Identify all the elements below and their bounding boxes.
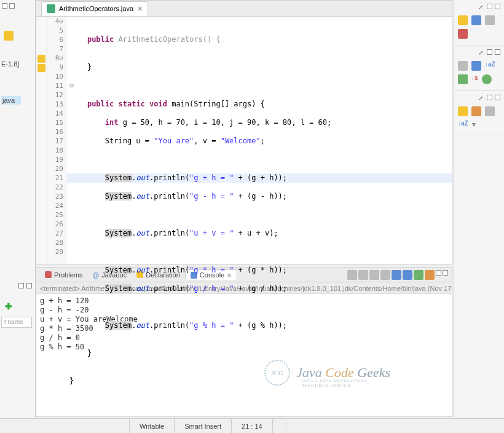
- build-icon[interactable]: [471, 106, 481, 116]
- rail-min-icon[interactable]: [487, 4, 492, 9]
- rail-min-icon[interactable]: [487, 95, 492, 100]
- status-writable: Writable: [129, 419, 174, 433]
- minimize-icon[interactable]: [2, 3, 7, 9]
- jre-stub: E-1.8]: [1, 60, 19, 68]
- hide-nonpublic-icon[interactable]: [482, 74, 492, 84]
- add-button[interactable]: ✚: [5, 301, 12, 311]
- rail-max-icon[interactable]: [495, 4, 500, 9]
- warning-marker-icon[interactable]: [37, 64, 45, 72]
- tab-filename: ArithmeticOperators.java: [59, 5, 133, 12]
- status-cursor-pos: 21 : 14: [231, 419, 272, 433]
- tree-icon: [4, 31, 14, 41]
- sort-icon[interactable]: [458, 61, 468, 71]
- filter-icon[interactable]: [471, 61, 481, 71]
- editor-area: ArithmeticOperators.java ✕ 4⊝5678⊝910111…: [36, 0, 452, 264]
- link-icon[interactable]: [485, 106, 495, 116]
- package-explorer-gutter: E-1.8] java ✚ t name: [0, 0, 36, 431]
- code-viewport[interactable]: 4⊝5678⊝910111213141516171819202122232425…: [36, 17, 452, 264]
- filter-name-input[interactable]: t name: [1, 317, 32, 328]
- java-file-icon: [47, 4, 55, 13]
- sort-az-icon[interactable]: ↓aZ: [485, 61, 495, 71]
- editor-tab-active[interactable]: ArithmeticOperators.java ✕: [41, 1, 148, 16]
- outline-icon[interactable]: [471, 15, 481, 25]
- java-file-stub[interactable]: java: [1, 96, 21, 105]
- rail-collapse-icon[interactable]: ⤢: [478, 95, 483, 101]
- right-toolbar-rail: ⤢ ⤢ ↓aZ ↓s ⤢: [454, 0, 504, 417]
- hide-fields-icon[interactable]: [458, 74, 468, 84]
- status-bar: Writable Smart Insert 21 : 14 ⋮: [0, 418, 504, 433]
- link-editor-icon[interactable]: [485, 15, 495, 25]
- maximize-icon[interactable]: [9, 3, 15, 9]
- warning-marker-icon[interactable]: [37, 55, 45, 63]
- close-tab-icon[interactable]: ✕: [137, 5, 143, 13]
- editor-tab-bar: ArithmeticOperators.java ✕: [36, 1, 452, 17]
- sort-az-icon[interactable]: ↓aZ: [458, 120, 468, 129]
- marker-gutter: [36, 17, 47, 264]
- new-package-icon[interactable]: [458, 15, 468, 25]
- status-insert-mode: Smart Insert: [174, 419, 231, 433]
- chevron-down-icon[interactable]: ▾: [472, 120, 476, 129]
- rail-max-icon[interactable]: [495, 49, 500, 55]
- panel-min-icon[interactable]: [18, 283, 24, 288]
- panel-max-icon[interactable]: [26, 283, 32, 288]
- line-number-gutter: 4⊝5678⊝910111213141516171819202122232425…: [47, 17, 67, 264]
- status-more[interactable]: ⋮: [272, 419, 299, 433]
- rail-collapse-icon[interactable]: ⤢: [478, 4, 483, 10]
- code-content[interactable]: public ArithmeticOperators() { } ⊖ publi…: [67, 17, 452, 264]
- hide-static-icon[interactable]: ↓s: [471, 74, 478, 84]
- tasks-icon[interactable]: [458, 106, 468, 116]
- problems-icon: [45, 271, 52, 278]
- rail-collapse-icon[interactable]: ⤢: [478, 49, 483, 56]
- delete-icon[interactable]: [458, 29, 468, 39]
- rail-min-icon[interactable]: [487, 49, 492, 55]
- rail-max-icon[interactable]: [495, 95, 500, 100]
